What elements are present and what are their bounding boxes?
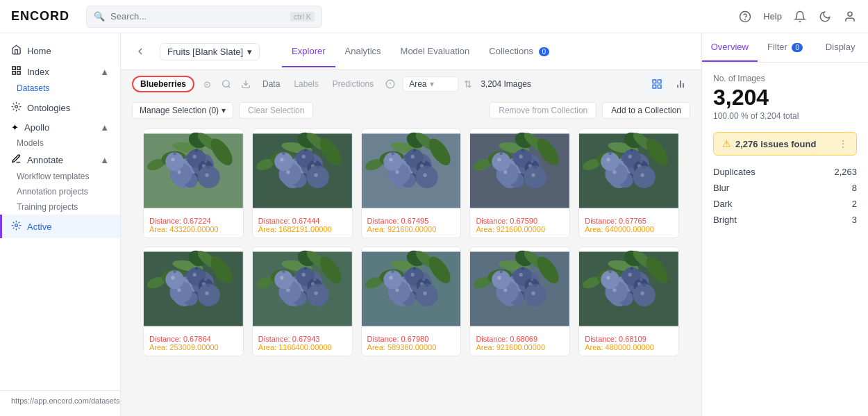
svg-rect-16 [658,80,661,83]
tab-explorer[interactable]: Explorer [282,36,335,67]
sidebar-sub-training-projects[interactable]: Training projects [0,199,120,215]
svg-point-64 [207,165,210,168]
info-icon[interactable] [383,77,397,91]
svg-point-234 [633,166,656,188]
download-icon[interactable] [239,77,253,91]
sidebar-section-apollo[interactable]: ✦ Apollo ▲ [0,119,120,135]
blueberries-chip[interactable]: Blueberries [132,76,194,92]
issues-more-icon[interactable]: ⋮ [838,138,848,149]
reset-icon[interactable]: ⊙ [200,77,214,91]
svg-point-51 [193,155,197,158]
grid-view-icon[interactable] [647,74,667,94]
image-grid: Distance: 0.67224Area: 433200.00000Dista… [143,128,679,356]
svg-point-62 [198,166,220,188]
svg-point-403 [492,270,511,289]
theme-icon[interactable] [818,10,832,24]
remove-from-collection-button[interactable]: Remove from Collection [490,102,596,119]
image-card[interactable]: Distance: 0.67765Area: 640000.00000 [578,128,679,238]
help-icon[interactable] [738,10,752,24]
search-filter-icon[interactable] [219,77,233,91]
tab-model-evaluation[interactable]: Model Evaluation [391,36,480,67]
svg-point-277 [198,284,220,306]
tab-collections[interactable]: Collections 0 [479,36,559,67]
issue-rows: Duplicates2,263Blur8Dark2Bright3 [713,164,857,228]
area-select[interactable]: Area ▾ [403,76,458,92]
svg-line-10 [228,86,231,88]
image-card[interactable]: Distance: 0.67943Area: 1166400.00000 [252,247,353,356]
sidebar-sub-models[interactable]: Models [0,135,120,151]
image-card[interactable]: Distance: 0.67864Area: 253009.00000 [143,247,244,356]
total-label: 100.00 % of 3,204 total [713,111,857,121]
svg-point-189 [498,158,501,161]
manage-selection-button[interactable]: Manage Selection (0) ▾ [132,102,233,119]
image-area: Area: 921600.00000 [476,343,564,351]
sort-icon[interactable]: ⇅ [464,78,472,90]
sidebar-item-active[interactable]: Active [0,215,120,238]
svg-point-63 [205,174,208,177]
svg-point-407 [532,292,535,295]
image-area: Area: 921600.00000 [367,225,456,233]
sidebar-section-annotate[interactable]: Annotate ▲ [0,151,120,169]
chevron-down-icon: ▾ [222,106,226,115]
search-input[interactable] [110,11,285,22]
user-icon[interactable] [843,10,857,24]
area-chevron-down: ▾ [430,79,434,89]
svg-point-312 [286,288,290,292]
panel-tab-filter[interactable]: Filter 0 [758,33,813,62]
sidebar-item-ontologies[interactable]: Ontologies [0,96,120,119]
image-count-value: 3,204 [713,86,857,108]
image-card[interactable]: Distance: 0.67444Area: 1682191.00000 [252,128,353,238]
issue-name: Blur [713,183,729,193]
image-card[interactable]: Distance: 0.67980Area: 589380.00000 [361,247,462,356]
image-card[interactable]: Distance: 0.67224Area: 433200.00000 [143,128,244,238]
issue-name: Duplicates [713,167,756,177]
add-to-collection-button[interactable]: Add to a Collection [602,102,690,119]
issue-row: Duplicates2,263 [713,164,857,180]
image-meta: Distance: 0.67864Area: 253009.00000 [144,331,243,356]
image-card[interactable]: Distance: 0.67495Area: 921600.00000 [361,128,462,238]
annotate-icon [11,153,22,166]
content-header: Fruits [Blank Slate] ▾ Explorer Analytic… [121,33,701,70]
svg-point-402 [531,278,533,281]
sidebar-section-index[interactable]: Index ▲ [0,63,120,81]
project-selector[interactable]: Fruits [Blank Slate] ▾ [160,43,260,60]
sidebar-sub-annotation-projects[interactable]: Annotation projects [0,184,120,199]
sidebar-sub-workflow-templates[interactable]: Workflow templates [0,169,120,184]
svg-point-274 [165,270,184,289]
panel-tab-display[interactable]: Display [812,33,868,62]
filter-badge: 0 [792,43,803,52]
search-bar[interactable]: 🔍 ctrl K [86,6,322,28]
sidebar-sub-datasets[interactable]: Datasets [0,81,120,96]
svg-point-439 [631,267,633,269]
predictions-filter[interactable]: Predictions [328,77,378,91]
chart-view-icon[interactable] [671,74,690,94]
data-filter[interactable]: Data [258,77,284,91]
content-wrapper: Blueberries ⊙ Data Labels Predictions Ar… [121,70,701,416]
svg-point-52 [195,149,198,151]
svg-point-149 [423,174,426,177]
svg-point-103 [280,158,283,161]
clear-selection-button[interactable]: Clear Selection [239,102,313,119]
labels-filter[interactable]: Labels [290,77,322,91]
tab-analytics[interactable]: Analytics [335,36,391,67]
chevron-up-icon: ▲ [100,122,109,133]
image-meta: Distance: 0.67943Area: 1166400.00000 [253,331,352,356]
image-card[interactable]: Distance: 0.68069Area: 921600.00000 [469,247,570,356]
image-meta: Distance: 0.68109Area: 480000.00000 [579,331,678,356]
back-button[interactable] [132,43,149,60]
svg-point-318 [280,276,283,279]
panel-tab-overview[interactable]: Overview [702,33,758,62]
annotate-label: Annotate [27,155,63,165]
svg-point-232 [606,158,610,161]
notification-icon[interactable] [793,10,807,24]
sidebar-item-home[interactable]: Home [0,39,120,63]
svg-point-316 [313,278,316,281]
chip-label: Blueberries [140,79,186,89]
svg-point-1 [745,19,746,19]
image-card[interactable]: Distance: 0.67590Area: 921600.00000 [469,128,570,238]
index-label: Index [27,67,49,77]
svg-point-7 [15,106,18,108]
svg-point-147 [391,152,394,155]
image-meta: Distance: 0.68069Area: 921600.00000 [470,331,569,356]
image-card[interactable]: Distance: 0.68109Area: 480000.00000 [578,247,679,356]
